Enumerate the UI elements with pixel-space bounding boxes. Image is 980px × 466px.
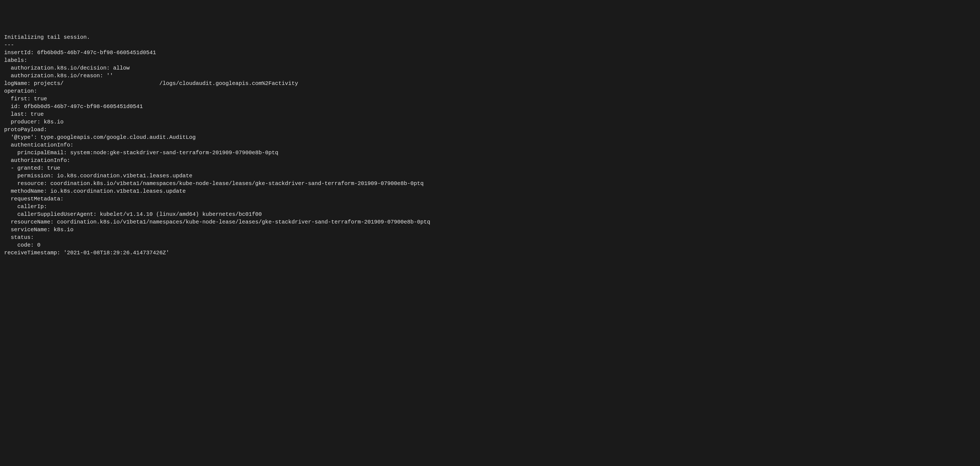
terminal-output: Initializing tail session. --- insertId:… xyxy=(4,33,976,257)
